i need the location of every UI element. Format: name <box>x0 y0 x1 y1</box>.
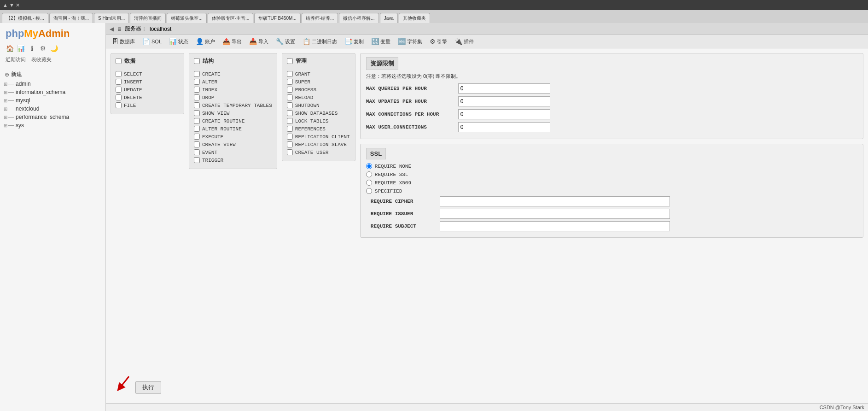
sidebar-db-information_schema[interactable]: ⊞ — information_schema <box>0 88 105 96</box>
event-checkbox[interactable] <box>194 149 200 155</box>
new-database-btn[interactable]: ⊕ 新建 <box>0 69 105 80</box>
index-checkbox[interactable] <box>194 87 200 93</box>
execute-checkbox[interactable] <box>194 134 200 140</box>
create-routine-checkbox[interactable] <box>194 118 200 124</box>
require-subject-input[interactable] <box>440 221 670 231</box>
browser-tab-10[interactable]: Java <box>380 13 398 23</box>
file-checkbox[interactable] <box>116 102 122 108</box>
update-label: UPDATE <box>124 87 142 93</box>
create-user-checkbox[interactable] <box>287 149 293 155</box>
max-connections-input[interactable] <box>458 109 550 119</box>
process-checkbox[interactable] <box>287 87 293 93</box>
require-issuer-input[interactable] <box>440 209 670 219</box>
max-updates-input[interactable] <box>458 96 550 106</box>
create-view-checkbox[interactable] <box>194 141 200 147</box>
app-container: phpMyAdmin 🏠 📊 ℹ ⚙ 🌙 近期访问 表收藏夹 ⊕ 新建 ⊞ — … <box>0 23 868 411</box>
perm-show-view: SHOW VIEW <box>194 110 272 116</box>
create-temp-checkbox[interactable] <box>194 102 200 108</box>
insert-label: INSERT <box>124 79 142 85</box>
toolbar-settings-label: 设置 <box>285 38 295 45</box>
grant-checkbox[interactable] <box>287 71 293 77</box>
execute-button[interactable]: 执行 <box>135 381 161 394</box>
toolbar: 🗄 数据库 📄 SQL 📊 状态 👤 账户 📤 导出 📥 导入 <box>106 35 868 48</box>
show-databases-checkbox[interactable] <box>287 110 293 116</box>
max-queries-input[interactable] <box>458 83 550 94</box>
toolbar-export[interactable]: 📤 导出 <box>219 36 245 47</box>
select-label: SELECT <box>124 71 142 77</box>
toolbar-accounts[interactable]: 👤 账户 <box>192 36 218 47</box>
select-checkbox[interactable] <box>116 71 122 77</box>
browser-tab-3[interactable]: S Html常用... <box>94 13 129 23</box>
permissions-area: 数据 SELECT INSERT UPDATE <box>111 53 355 370</box>
update-checkbox[interactable] <box>116 87 122 93</box>
data-all-checkbox[interactable] <box>116 58 122 64</box>
structure-all-checkbox[interactable] <box>194 58 200 64</box>
browser-tab-1[interactable]: 【2】模拟机 - 模... <box>2 13 48 23</box>
grant-label: GRANT <box>295 71 310 77</box>
admin-all-checkbox[interactable] <box>287 58 293 64</box>
trigger-checkbox[interactable] <box>194 157 200 163</box>
browser-tab-2[interactable]: 淘宝网 - 淘！我... <box>49 13 93 23</box>
theme-icon[interactable]: 🌙 <box>50 44 58 53</box>
recent-visits-link[interactable]: 近期访问 <box>6 56 26 63</box>
insert-checkbox[interactable] <box>116 79 122 85</box>
toolbar-import[interactable]: 📥 导入 <box>246 36 272 47</box>
browser-tab-7[interactable]: 华硕TUF B450M... <box>254 13 300 23</box>
require-subject-row: REQUIRE SUBJECT <box>371 221 857 231</box>
show-view-checkbox[interactable] <box>194 110 200 116</box>
create-checkbox[interactable] <box>194 71 200 77</box>
toolbar-variables[interactable]: 🔣 变量 <box>368 36 394 47</box>
references-checkbox[interactable] <box>287 126 293 132</box>
back-icon[interactable]: ◀ <box>110 26 114 32</box>
toolbar-status[interactable]: 📊 状态 <box>166 36 192 47</box>
replication-client-checkbox[interactable] <box>287 134 293 140</box>
perm-super: SUPER <box>287 79 350 85</box>
toolbar-charset[interactable]: 🔤 字符集 <box>395 36 425 47</box>
ssl-require-ssl-radio[interactable] <box>366 171 372 177</box>
toolbar-engine[interactable]: ⚙ 引擎 <box>426 36 450 47</box>
max-user-connections-input[interactable] <box>458 122 550 132</box>
require-cipher-input[interactable] <box>440 196 670 206</box>
ssl-require-none-radio[interactable] <box>366 163 372 169</box>
browser-tab-11[interactable]: 其他收藏夹 <box>399 13 430 23</box>
browser-tab-5[interactable]: 树莓派头像室... <box>167 13 206 23</box>
perm-drop: DROP <box>194 94 272 100</box>
perm-alter: ALTER <box>194 79 272 85</box>
browser-tab-4[interactable]: 清萍的直播间 <box>130 13 166 23</box>
favorites-link[interactable]: 表收藏夹 <box>31 56 52 63</box>
shutdown-checkbox[interactable] <box>287 102 293 108</box>
browser-tab-6[interactable]: 体验版专区-主音... <box>208 13 254 23</box>
sidebar-db-sys[interactable]: ⊞ — sys <box>0 121 105 129</box>
settings-icon[interactable]: ⚙ <box>39 44 47 53</box>
ssl-title: SSL <box>366 148 386 159</box>
drop-checkbox[interactable] <box>194 94 200 100</box>
browser-controls: ▲ ▼ ✕ <box>3 2 20 8</box>
delete-checkbox[interactable] <box>116 94 122 100</box>
replication-slave-label: REPLICATION SLAVE <box>295 142 347 147</box>
info-icon[interactable]: ℹ <box>28 44 36 53</box>
browser-tab-9[interactable]: 微信小程序解... <box>339 13 379 23</box>
sidebar-db-nextcloud[interactable]: ⊞ — nextcloud <box>0 105 105 113</box>
toolbar-binlog[interactable]: 📋 二进制日志 <box>299 36 340 47</box>
chart-icon[interactable]: 📊 <box>17 44 25 53</box>
ssl-specified-radio[interactable] <box>366 188 372 194</box>
sidebar-db-admin[interactable]: ⊞ — admin <box>0 80 105 88</box>
replication-slave-checkbox[interactable] <box>287 141 293 147</box>
super-checkbox[interactable] <box>287 79 293 85</box>
toolbar-plugins[interactable]: 🔌 插件 <box>451 36 477 47</box>
alter-checkbox[interactable] <box>194 79 200 85</box>
sidebar-db-mysql[interactable]: ⊞ — mysql <box>0 96 105 105</box>
resource-limits-title: 资源限制 <box>366 57 398 70</box>
lock-tables-checkbox[interactable] <box>287 118 293 124</box>
toolbar-settings[interactable]: 🔧 设置 <box>273 36 298 47</box>
browser-tab-8[interactable]: 结养师-结养... <box>302 13 338 23</box>
reload-checkbox[interactable] <box>287 94 293 100</box>
shutdown-label: SHUTDOWN <box>295 103 320 108</box>
toolbar-sql[interactable]: 📄 SQL <box>139 36 165 47</box>
home-icon[interactable]: 🏠 <box>6 44 14 53</box>
toolbar-replication[interactable]: 📑 复制 <box>341 36 367 47</box>
toolbar-database[interactable]: 🗄 数据库 <box>109 36 138 47</box>
sidebar-db-performance_schema[interactable]: ⊞ — performance_schema <box>0 113 105 121</box>
alter-routine-checkbox[interactable] <box>194 126 200 132</box>
ssl-require-x509-radio[interactable] <box>366 180 372 186</box>
